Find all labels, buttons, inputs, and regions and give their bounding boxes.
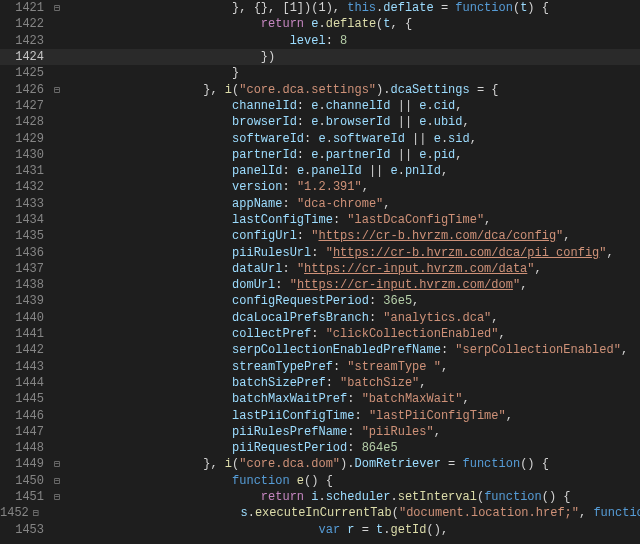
fold-toggle-icon[interactable]: ⊟ [48,84,66,96]
code-line[interactable]: 1423 level: 8 [0,33,640,49]
line-number: 1422 [0,17,48,31]
code-line[interactable]: 1439 configRequestPeriod: 36e5, [0,293,640,309]
code-content[interactable]: batchSizePref: "batchSize", [88,376,640,390]
line-number: 1429 [0,132,48,146]
code-line[interactable]: 1452⊟ s.executeInCurrentTab("document.lo… [0,505,640,521]
code-content[interactable]: collectPref: "clickCollectionEnabled", [88,327,640,341]
code-content[interactable]: }) [88,50,640,64]
code-line[interactable]: 1435 configUrl: "https://cr-b.hvrzm.com/… [0,228,640,244]
code-content[interactable]: streamTypePref: "streamType ", [88,360,640,374]
code-line[interactable]: 1451⊟ return i.scheduler.setInterval(fun… [0,489,640,505]
line-number: 1445 [0,392,48,406]
code-content[interactable]: dcaLocalPrefsBranch: "analytics.dca", [88,311,640,325]
code-line[interactable]: 1453 var r = t.getId(), [0,522,640,538]
code-line[interactable]: 1446 lastPiiConfigTime: "lastPiiConfigTi… [0,407,640,423]
code-line[interactable]: 1448 piiRequestPeriod: 864e5 [0,440,640,456]
line-number: 1439 [0,294,48,308]
code-line[interactable]: 1432 version: "1.2.391", [0,179,640,195]
code-content[interactable]: panelId: e.panelId || e.pnlId, [88,164,640,178]
code-line[interactable]: 1429 softwareId: e.softwareId || e.sid, [0,130,640,146]
code-content[interactable]: browserId: e.browserId || e.ubid, [88,115,640,129]
fold-toggle-icon[interactable]: ⊟ [48,475,66,487]
code-content[interactable]: batchMaxWaitPref: "batchMaxWait", [88,392,640,406]
code-content[interactable]: serpCollectionEnabledPrefName: "serpColl… [88,343,640,357]
line-number: 1447 [0,425,48,439]
code-line[interactable]: 1434 lastConfigTime: "lastDcaConfigTime"… [0,212,640,228]
code-content[interactable]: softwareId: e.softwareId || e.sid, [88,132,640,146]
code-line[interactable]: 1430 partnerId: e.partnerId || e.pid, [0,147,640,163]
line-number: 1432 [0,180,48,194]
code-content[interactable]: dataUrl: "https://cr-input.hvrzm.com/dat… [88,262,640,276]
line-number: 1443 [0,360,48,374]
code-content[interactable]: lastPiiConfigTime: "lastPiiConfigTime", [88,409,640,423]
code-content[interactable]: appName: "dca-chrome", [88,197,640,211]
code-line[interactable]: 1444 batchSizePref: "batchSize", [0,375,640,391]
line-number: 1435 [0,229,48,243]
code-line[interactable]: 1428 browserId: e.browserId || e.ubid, [0,114,640,130]
code-content[interactable]: level: 8 [88,34,640,48]
line-number: 1426 [0,83,48,97]
code-content[interactable]: } [88,66,640,80]
code-line[interactable]: 1449⊟ }, i("core.dca.dom").DomRetriever … [0,456,640,472]
line-number: 1437 [0,262,48,276]
code-content[interactable]: piiRulesPrefName: "piiRules", [88,425,640,439]
line-number: 1423 [0,34,48,48]
line-number: 1428 [0,115,48,129]
code-line[interactable]: 1433 appName: "dca-chrome", [0,196,640,212]
line-number: 1451 [0,490,48,504]
code-line[interactable]: 1436 piiRulesUrl: "https://cr-b.hvrzm.co… [0,244,640,260]
line-number: 1433 [0,197,48,211]
code-line[interactable]: 1421⊟ }, {}, [1])(1), this.deflate = fun… [0,0,640,16]
code-line[interactable]: 1445 batchMaxWaitPref: "batchMaxWait", [0,391,640,407]
code-content[interactable]: lastConfigTime: "lastDcaConfigTime", [88,213,640,227]
code-line[interactable]: 1442 serpCollectionEnabledPrefName: "ser… [0,342,640,358]
code-line[interactable]: 1440 dcaLocalPrefsBranch: "analytics.dca… [0,310,640,326]
code-line[interactable]: 1437 dataUrl: "https://cr-input.hvrzm.co… [0,261,640,277]
code-content[interactable]: configRequestPeriod: 36e5, [88,294,640,308]
code-line[interactable]: 1426⊟ }, i("core.dca.settings").dcaSetti… [0,81,640,97]
code-line[interactable]: 1450⊟ function e() { [0,473,640,489]
line-number: 1440 [0,311,48,325]
line-number: 1449 [0,457,48,471]
code-content[interactable]: }, i("core.dca.dom").DomRetriever = func… [88,457,640,471]
code-content[interactable]: piiRulesUrl: "https://cr-b.hvrzm.com/dca… [88,246,640,260]
line-number: 1453 [0,523,48,537]
code-content[interactable]: configUrl: "https://cr-b.hvrzm.com/dca/c… [88,229,640,243]
line-number: 1431 [0,164,48,178]
line-number: 1444 [0,376,48,390]
fold-toggle-icon[interactable]: ⊟ [48,458,66,470]
code-line[interactable]: 1427 channelId: e.channelId || e.cid, [0,98,640,114]
code-content[interactable]: }, {}, [1])(1), this.deflate = function(… [88,1,640,15]
code-line[interactable]: 1441 collectPref: "clickCollectionEnable… [0,326,640,342]
code-line[interactable]: 1422 return e.deflate(t, { [0,16,640,32]
line-number: 1434 [0,213,48,227]
code-editor[interactable]: 1421⊟ }, {}, [1])(1), this.deflate = fun… [0,0,640,544]
code-line[interactable]: 1438 domUrl: "https://cr-input.hvrzm.com… [0,277,640,293]
code-content[interactable]: channelId: e.channelId || e.cid, [88,99,640,113]
code-content[interactable]: s.executeInCurrentTab("document.location… [39,506,640,520]
fold-toggle-icon[interactable]: ⊟ [48,2,66,14]
code-content[interactable]: return i.scheduler.setInterval(function(… [88,490,640,504]
code-line[interactable]: 1431 panelId: e.panelId || e.pnlId, [0,163,640,179]
code-line[interactable]: 1447 piiRulesPrefName: "piiRules", [0,424,640,440]
code-line[interactable]: 1443 streamTypePref: "streamType ", [0,359,640,375]
code-content[interactable]: piiRequestPeriod: 864e5 [88,441,640,455]
fold-toggle-icon[interactable]: ⊟ [48,491,66,503]
code-line[interactable]: 1425 } [0,65,640,81]
line-number: 1424 [0,50,48,64]
code-content[interactable]: domUrl: "https://cr-input.hvrzm.com/dom"… [88,278,640,292]
line-number: 1448 [0,441,48,455]
line-number: 1442 [0,343,48,357]
code-content[interactable]: var r = t.getId(), [88,523,640,537]
code-content[interactable]: version: "1.2.391", [88,180,640,194]
code-content[interactable]: partnerId: e.partnerId || e.pid, [88,148,640,162]
line-number: 1436 [0,246,48,260]
code-content[interactable]: function e() { [88,474,640,488]
code-content[interactable]: return e.deflate(t, { [88,17,640,31]
line-number: 1452 [0,506,33,520]
line-number: 1421 [0,1,48,15]
line-number: 1446 [0,409,48,423]
line-number: 1427 [0,99,48,113]
code-content[interactable]: }, i("core.dca.settings").dcaSettings = … [88,83,640,97]
code-line[interactable]: 1424 }) [0,49,640,65]
